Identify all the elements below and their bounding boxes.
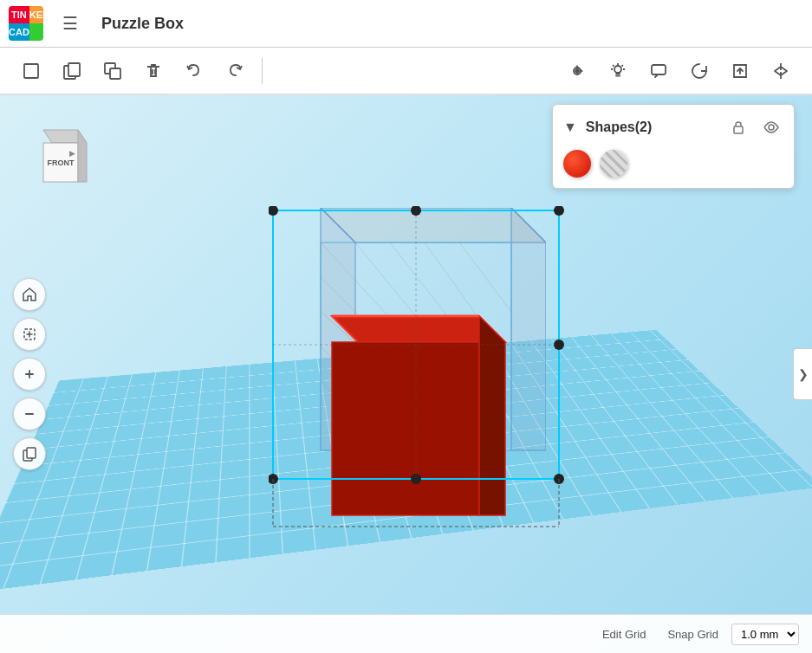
logo-cell-tin: TIN xyxy=(9,6,29,23)
left-nav-controls xyxy=(13,278,46,470)
svg-rect-10 xyxy=(652,65,666,74)
shape-items xyxy=(563,150,783,178)
svg-point-36 xyxy=(554,206,564,216)
project-title: Puzzle Box xyxy=(101,15,184,33)
rotate-button[interactable] xyxy=(681,53,718,89)
camera-button[interactable] xyxy=(559,53,595,89)
svg-rect-2 xyxy=(68,63,80,76)
svg-rect-0 xyxy=(24,64,38,78)
shape-gray-circle[interactable] xyxy=(600,150,627,178)
shapes-panel-header: ▼ Shapes(2) xyxy=(563,115,783,139)
header: TIN KER CAD ☰ Puzzle Box xyxy=(0,0,812,48)
svg-rect-4 xyxy=(110,68,120,79)
home-button[interactable] xyxy=(13,278,46,311)
copy-view-button[interactable] xyxy=(13,437,46,470)
duplicate-button[interactable] xyxy=(94,53,131,89)
snap-grid-label: Snap Grid xyxy=(667,628,718,641)
logo-cell-br xyxy=(29,23,43,41)
svg-point-8 xyxy=(575,69,579,73)
speech-button[interactable] xyxy=(640,53,677,89)
right-collapse-arrow[interactable]: ❯ xyxy=(793,348,812,400)
svg-point-47 xyxy=(769,125,774,130)
svg-point-34 xyxy=(269,206,278,216)
redo-button[interactable] xyxy=(217,53,253,89)
svg-marker-16 xyxy=(321,208,546,242)
svg-marker-29 xyxy=(332,316,505,342)
svg-rect-53 xyxy=(27,448,36,458)
front-label: FRONT xyxy=(48,158,75,167)
delete-button[interactable] xyxy=(135,53,172,89)
light-button[interactable] xyxy=(600,53,636,89)
svg-point-9 xyxy=(614,66,621,73)
logo-cell-ker: KER xyxy=(29,6,43,23)
viewport[interactable]: FRONT ▶ xyxy=(0,95,812,653)
snap-grid-select[interactable]: 1.0 mm 0.5 mm 0.1 mm 2.0 mm xyxy=(731,624,799,645)
svg-rect-46 xyxy=(734,126,743,133)
svg-text:▶: ▶ xyxy=(69,149,75,158)
tinkercad-logo[interactable]: TIN KER CAD xyxy=(9,6,43,41)
zoom-out-button[interactable] xyxy=(13,398,46,430)
toolbar-separator xyxy=(262,58,263,84)
visibility-button[interactable] xyxy=(759,115,783,139)
svg-marker-14 xyxy=(78,130,87,182)
edit-grid-button[interactable]: Edit Grid xyxy=(594,624,655,645)
orientation-cube[interactable]: FRONT ▶ xyxy=(22,117,100,195)
undo-button[interactable] xyxy=(176,53,212,89)
svg-line-24 xyxy=(459,242,511,312)
zoom-in-button[interactable] xyxy=(13,358,46,391)
copy-button[interactable] xyxy=(54,53,90,89)
panel-collapse-arrow[interactable]: ▼ xyxy=(563,120,577,135)
shapes-count-label: Shapes(2) xyxy=(586,120,652,135)
menu-button[interactable]: ☰ xyxy=(52,5,88,42)
bottom-bar: Edit Grid Snap Grid 1.0 mm 0.5 mm 0.1 mm… xyxy=(0,614,812,653)
export-button[interactable] xyxy=(722,53,758,89)
toolbar-right xyxy=(559,53,799,89)
lock-button[interactable] xyxy=(726,115,750,139)
new-button[interactable] xyxy=(13,53,49,89)
svg-point-35 xyxy=(411,206,421,216)
workplane-grid xyxy=(0,329,812,593)
main-viewport: FRONT ▶ xyxy=(0,95,812,653)
mirror-button[interactable] xyxy=(763,53,799,89)
shapes-panel: ▼ Shapes(2) xyxy=(552,104,795,189)
logo-cell-cad: CAD xyxy=(9,23,29,41)
fit-button[interactable] xyxy=(13,318,46,351)
shape-red-circle[interactable] xyxy=(563,150,591,178)
toolbar xyxy=(0,48,812,95)
